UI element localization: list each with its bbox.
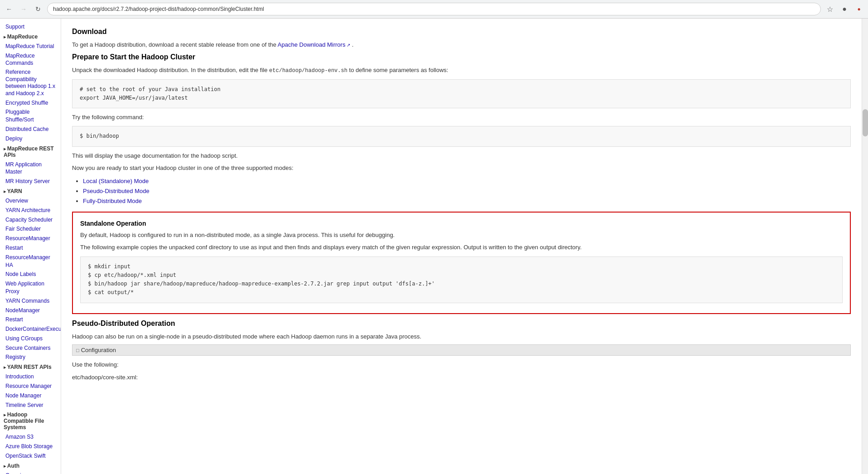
reload-button[interactable]: ↻ (33, 4, 43, 15)
sidebar-item-webapp-proxy[interactable]: Web Application Proxy (0, 279, 61, 296)
scrollbar-thumb[interactable] (863, 109, 868, 136)
configuration-header[interactable]: □ Configuration (72, 344, 851, 356)
code-hadoop-block: $ bin/hadoop (72, 126, 851, 146)
sidebar-item-yarn-arch[interactable]: YARN Architecture (0, 206, 61, 215)
mode-fully-link[interactable]: Fully-Distributed Mode (83, 198, 142, 204)
sidebar-item-resource-manager[interactable]: Resource Manager (0, 382, 61, 391)
prepare-paragraph: Unpack the downloaded Hadoop distributio… (72, 66, 851, 75)
code-env-text: # set to the root of your Java installat… (80, 85, 843, 102)
sidebar-item-node-labels[interactable]: Node Labels (0, 270, 61, 279)
main-content: Download To get a Hadoop distribution, d… (61, 19, 862, 474)
sidebar-item-introduction[interactable]: Introduction (0, 372, 61, 382)
sidebar-item-encrypted[interactable]: Encrypted Shuffle (0, 98, 61, 108)
sidebar-item-fair[interactable]: Fair Scheduler (0, 224, 61, 234)
sidebar-item-mr-commands[interactable]: MapReduce Commands (0, 51, 61, 68)
code-hadoop-text: $ bin/hadoop (80, 132, 843, 140)
standalone-heading: Standalone Operation (80, 220, 843, 227)
sidebar-item-rm-ha[interactable]: ResourceManager HA (0, 253, 61, 270)
sidebar-item-auth-overview[interactable]: Overview (0, 471, 61, 474)
scrollbar-track[interactable] (862, 19, 868, 474)
sidebar-section-auth[interactable]: Auth (0, 461, 61, 471)
sidebar-item-mr-compat[interactable]: Reference Compatibility between Hadoop 1… (0, 68, 61, 98)
sidebar-item-distcache[interactable]: Distributed Cache (0, 125, 61, 134)
code-standalone-text: $ mkdir input $ cp etc/hadoop/*.xml inpu… (88, 262, 835, 297)
bookmark-button[interactable]: ☆ (825, 4, 835, 15)
sidebar-item-cgroups[interactable]: Using CGroups (0, 334, 61, 343)
back-button[interactable]: ← (4, 4, 14, 15)
sidebar-item-yarn-overview[interactable]: Overview (0, 196, 61, 206)
sidebar-item-secure-containers[interactable]: Secure Containers (0, 343, 61, 353)
sidebar-section-yarn[interactable]: YARN (0, 186, 61, 196)
sidebar-item-yarn-cmds[interactable]: YARN Commands (0, 296, 61, 306)
mode-list: Local (Standalone) Mode Pseudo-Distribut… (83, 176, 851, 206)
page-container: Support MapReduce MapReduce Tutorial Map… (0, 19, 868, 474)
sidebar-item-docker[interactable]: DockerContainerExecutor (0, 324, 61, 334)
sidebar-item-azure[interactable]: Azure Blob Storage (0, 442, 61, 451)
sidebar-item-timeline-server[interactable]: Timeline Server (0, 401, 61, 410)
mode-local-link[interactable]: Local (Standalone) Mode (83, 178, 149, 184)
browser-toolbar: ← → ↻ ☆ ● ● (0, 0, 868, 18)
sidebar-item-capacity[interactable]: Capacity Scheduler (0, 215, 61, 225)
sidebar-item-restart1[interactable]: Restart (0, 243, 61, 253)
sidebar-section-mr-rest[interactable]: MapReduce REST APIs (0, 144, 61, 160)
sidebar-item-nodemgr[interactable]: NodeManager (0, 306, 61, 315)
display-doc-text: This will display the usage documentatio… (72, 151, 851, 160)
sidebar: Support MapReduce MapReduce Tutorial Map… (0, 19, 61, 474)
modes-text: Now you are ready to start your Hadoop c… (72, 164, 851, 173)
sidebar-item-resourcemgr[interactable]: ResourceManager (0, 234, 61, 243)
pseudo-heading: Pseudo-Distributed Operation (72, 319, 851, 328)
profile-button[interactable]: ● (839, 4, 850, 15)
browser-chrome: ← → ↻ ☆ ● ● (0, 0, 868, 19)
sidebar-item-registry[interactable]: Registry (0, 353, 61, 362)
sidebar-item-mr-history[interactable]: MR History Server (0, 177, 61, 186)
standalone-text1: By default, Hadoop is configured to run … (80, 231, 843, 240)
sidebar-section-compat-fs[interactable]: Hadoop Compatible File Systems (0, 410, 61, 432)
sidebar-item-mr-tutorial[interactable]: MapReduce Tutorial (0, 42, 61, 51)
try-command-text: Try the following command: (72, 113, 851, 122)
code-env-block: # set to the root of your Java installat… (72, 79, 851, 108)
mode-pseudo-link[interactable]: Pseudo-Distributed Mode (83, 188, 149, 194)
sidebar-item-restart2[interactable]: Restart (0, 315, 61, 324)
core-site-text: etc/hadoop/core-site.xml: (72, 373, 851, 382)
sidebar-section-yarn-rest[interactable]: YARN REST APIs (0, 362, 61, 372)
use-following-text: Use the following: (72, 360, 851, 369)
sidebar-item-node-manager[interactable]: Node Manager (0, 391, 61, 401)
sidebar-item-s3[interactable]: Amazon S3 (0, 432, 61, 442)
download-heading: Download (72, 28, 851, 36)
apache-download-link[interactable]: Apache Download Mirrors (278, 41, 350, 48)
sidebar-item-mr-app-master[interactable]: MR Application Master (0, 160, 61, 177)
forward-button[interactable]: → (18, 4, 29, 15)
sidebar-item-deploy[interactable]: Deploy (0, 134, 61, 144)
sidebar-item-openstack[interactable]: OpenStack Swift (0, 451, 61, 461)
pseudo-text: Hadoop can also be run on a single-node … (72, 332, 851, 341)
configuration-label: Configuration (81, 347, 116, 353)
sidebar-section-mapreduce[interactable]: MapReduce (0, 32, 61, 42)
code-standalone-block: $ mkdir input $ cp etc/hadoop/*.xml inpu… (80, 256, 843, 303)
sidebar-item-pluggable[interactable]: Pluggable Shuffle/Sort (0, 107, 61, 125)
download-paragraph: To get a Hadoop distribution, download a… (72, 40, 851, 49)
prepare-heading: Prepare to Start the Hadoop Cluster (72, 53, 851, 61)
collapse-icon: □ (76, 348, 79, 353)
address-bar[interactable] (47, 3, 821, 15)
standalone-text2: The following example copies the unpacke… (80, 243, 843, 252)
sidebar-item-support[interactable]: Support (0, 22, 61, 32)
prepare-file: etc/hadoop/hadoop-env.sh (269, 68, 347, 74)
close-icon[interactable]: ● (854, 4, 864, 15)
standalone-section: Standalone Operation By default, Hadoop … (72, 212, 851, 314)
browser-icons: ☆ ● ● (825, 4, 864, 15)
